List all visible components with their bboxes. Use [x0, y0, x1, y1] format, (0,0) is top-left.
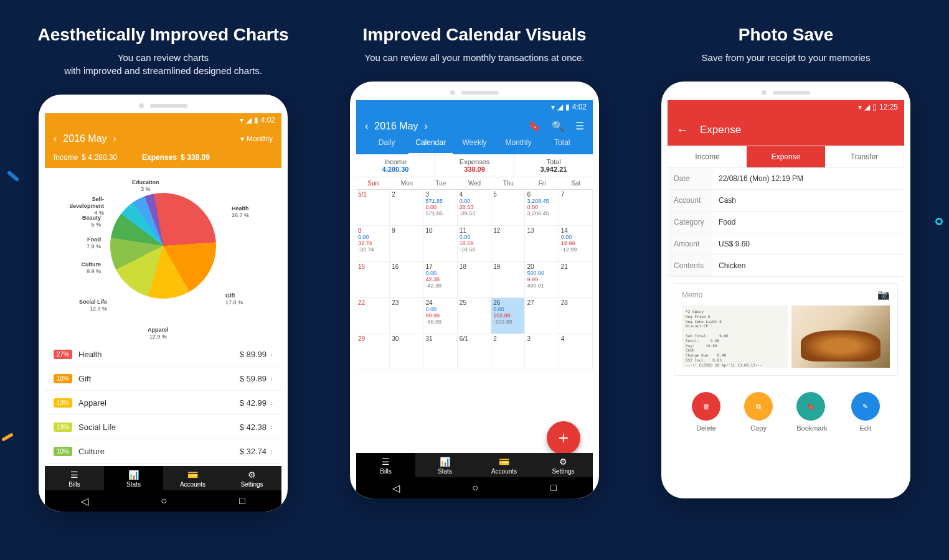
- calendar-cell[interactable]: 260.00102.88-102.88: [491, 298, 525, 334]
- accounts-icon: 💳: [474, 457, 534, 467]
- card-calendar: Improved Calendar Visuals You can review…: [331, 25, 618, 511]
- next-month-button[interactable]: ›: [425, 121, 428, 132]
- calendar-cell[interactable]: 22: [356, 298, 390, 334]
- camera-icon[interactable]: 📷: [877, 289, 890, 301]
- pie-label: Health26.7 %: [232, 205, 249, 219]
- calendar-cell[interactable]: 18: [458, 262, 491, 298]
- back-button[interactable]: ◁: [81, 495, 88, 507]
- nav-tab-settings[interactable]: ⚙Settings: [534, 453, 593, 477]
- nav-tab-stats[interactable]: 📊Stats: [104, 466, 163, 490]
- calendar-cell[interactable]: 80.0032.74-32.74: [356, 226, 390, 262]
- tab-calendar[interactable]: Calendar: [408, 132, 452, 154]
- tab-daily[interactable]: Daily: [365, 132, 408, 154]
- field-value-amount[interactable]: US$ 9.60: [712, 233, 904, 254]
- calendar-cell[interactable]: 6/1: [458, 334, 491, 370]
- category-row[interactable]: 27%Health$ 89.99›: [45, 342, 281, 366]
- period-selector[interactable]: ▾ Monthly: [240, 134, 273, 143]
- calendar-cell[interactable]: 240.0089.99-89.99: [424, 298, 458, 334]
- calendar-cell[interactable]: 20500.009.99490.01: [525, 262, 559, 298]
- calendar-cell[interactable]: 15: [356, 262, 390, 298]
- tab-weekly[interactable]: Weekly: [453, 132, 496, 154]
- calendar-cell[interactable]: 2: [390, 190, 423, 226]
- calendar-cell[interactable]: 13: [525, 226, 559, 262]
- food-photo[interactable]: [791, 306, 890, 368]
- calendar-cell[interactable]: 110.0018.59-18.59: [458, 226, 491, 262]
- type-tab-transfer[interactable]: Transfer: [825, 146, 904, 167]
- next-month-button[interactable]: ›: [113, 133, 116, 144]
- calendar-cell[interactable]: 30: [390, 334, 423, 370]
- calendar-cell[interactable]: 3: [525, 334, 559, 370]
- field-value-category[interactable]: Food: [712, 212, 904, 233]
- tab-monthly[interactable]: Monthly: [496, 132, 540, 154]
- bottom-nav: ☰Bills📊Stats💳Accounts⚙Settings: [45, 466, 281, 490]
- back-button[interactable]: ◁: [392, 482, 400, 494]
- nav-tab-accounts[interactable]: 💳Accounts: [474, 453, 534, 477]
- receipt-image[interactable]: *2 SpicyReg Fries-EReg Coke Light-EBiscu…: [682, 306, 788, 368]
- calendar-cell[interactable]: 9: [390, 226, 423, 262]
- calendar-cell[interactable]: 4: [559, 334, 593, 370]
- copy-button[interactable]: ⧉Copy: [744, 392, 773, 432]
- tab-total[interactable]: Total: [541, 132, 584, 154]
- calendar-cell[interactable]: 29: [356, 334, 390, 370]
- nav-tab-bills[interactable]: ☰Bills: [45, 466, 104, 490]
- category-amount: $ 59.89: [240, 374, 267, 383]
- calendar-cell[interactable]: 5/1: [356, 190, 390, 226]
- android-nav: ◁ ○ □: [45, 490, 281, 511]
- calendar-cell[interactable]: 23: [390, 298, 423, 334]
- edit-button[interactable]: ✎Edit: [851, 392, 880, 432]
- calendar-cell[interactable]: 31: [424, 334, 458, 370]
- add-button[interactable]: +: [547, 421, 580, 455]
- nav-tab-accounts[interactable]: 💳Accounts: [163, 466, 222, 490]
- calendar-cell[interactable]: 63,208.450.003,208.45: [525, 190, 559, 226]
- nav-tab-bills[interactable]: ☰Bills: [356, 453, 415, 477]
- category-row[interactable]: 10%Culture$ 32.74›: [45, 439, 281, 464]
- search-icon[interactable]: 🔍: [552, 120, 564, 132]
- calendar-cell[interactable]: 12: [491, 226, 525, 262]
- calendar-cell[interactable]: 28: [559, 298, 593, 334]
- category-row[interactable]: 18%Gift$ 59.89›: [45, 366, 281, 391]
- recent-button[interactable]: □: [550, 482, 557, 493]
- calendar-cell[interactable]: 25: [458, 298, 491, 334]
- calendar-cell[interactable]: 16: [390, 262, 423, 298]
- home-button[interactable]: ○: [472, 482, 478, 493]
- nav-tab-settings[interactable]: ⚙Settings: [222, 466, 281, 490]
- prev-month-button[interactable]: ‹: [365, 121, 368, 132]
- field-value-account[interactable]: Cash: [712, 190, 904, 211]
- calendar-cell[interactable]: 27: [525, 298, 559, 334]
- nav-tab-stats[interactable]: 📊Stats: [415, 453, 474, 477]
- calendar-cell[interactable]: 21: [559, 262, 593, 298]
- month-label[interactable]: 2016 May: [374, 121, 418, 132]
- delete-button[interactable]: 🗑Delete: [692, 392, 720, 432]
- calendar-cell[interactable]: 40.0028.53-28.53: [458, 190, 491, 226]
- page-title: Expense: [700, 124, 741, 136]
- category-row[interactable]: 13%Social Life$ 42.38›: [45, 415, 281, 439]
- field-label: Date: [668, 168, 712, 189]
- status-time: 4:02: [261, 116, 275, 124]
- status-bar: ▾◢▯12:25: [668, 100, 904, 114]
- field-value-contents[interactable]: Chicken: [712, 255, 904, 276]
- home-button[interactable]: ○: [161, 495, 167, 506]
- back-arrow-icon[interactable]: ←: [676, 123, 689, 137]
- calendar-cell[interactable]: 19: [491, 262, 525, 298]
- wifi-icon: ▾: [240, 116, 243, 124]
- day-header: Tue: [424, 177, 458, 189]
- card-charts: Aesthetically Improved Charts You can re…: [20, 25, 306, 511]
- type-tab-expense[interactable]: Expense: [747, 146, 825, 167]
- calendar-cell[interactable]: 2: [491, 334, 525, 370]
- calendar-cell[interactable]: 5: [491, 190, 525, 226]
- calendar-cell[interactable]: 10: [424, 226, 458, 262]
- category-row[interactable]: 13%Apparel$ 42.99›: [45, 391, 281, 415]
- calendar-cell[interactable]: 7: [559, 190, 593, 226]
- bookmark-button[interactable]: 🔖Bookmark: [796, 392, 828, 432]
- prev-month-button[interactable]: ‹: [54, 133, 57, 144]
- month-label[interactable]: 2016 May: [63, 133, 106, 144]
- type-tab-income[interactable]: Income: [668, 146, 747, 167]
- field-value-date[interactable]: 22/08/16 (Mon) 12:19 PM: [712, 168, 904, 189]
- calendar-cell[interactable]: 140.0012.99-12.99: [559, 226, 593, 262]
- filter-icon[interactable]: ☰: [575, 120, 584, 132]
- calendar-cell[interactable]: 170.0042.38-42.38: [424, 262, 458, 298]
- bookmark-icon[interactable]: 🔖: [528, 120, 541, 132]
- calendar-cell[interactable]: 3571.850.00571.85: [424, 190, 458, 226]
- memo-box: Memo 📷 *2 SpicyReg Fries-EReg Coke Light…: [674, 283, 898, 376]
- recent-button[interactable]: □: [239, 495, 245, 506]
